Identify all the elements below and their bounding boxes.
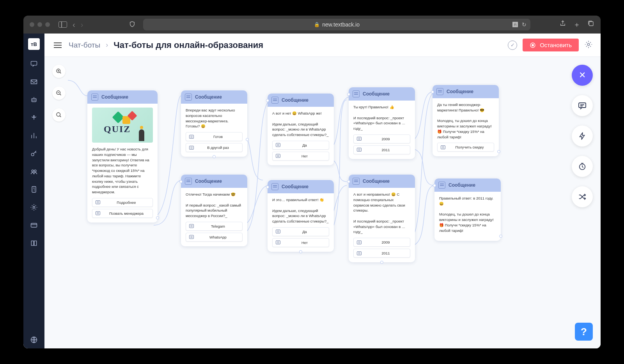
node-button[interactable]: Telegam [186, 222, 243, 231]
help-button[interactable]: ? [575, 323, 593, 341]
node-button[interactable]: Да [272, 227, 329, 236]
zoom-reset-button[interactable] [52, 108, 66, 122]
svg-rect-18 [579, 103, 586, 108]
sidebar-inbox-icon[interactable] [30, 78, 38, 86]
node-title: Сообщение [448, 182, 475, 188]
address-bar[interactable]: 🔒 new.textback.io 🅰 ↻ [143, 19, 530, 30]
sidebar-audience-icon[interactable] [30, 168, 38, 175]
sidebar-bot-icon[interactable] [30, 96, 38, 104]
app-logo[interactable]: тВ [28, 38, 40, 50]
message-icon [185, 178, 192, 185]
zoom-out-button[interactable] [52, 87, 66, 100]
flow-node[interactable]: Сообщение Отлично! Тогда начинаем 🤓 И пе… [181, 175, 247, 246]
app-header: Чат-боты › Чат-боты для онлайн-образован… [44, 34, 601, 57]
close-panel-button[interactable]: ✕ [572, 65, 593, 86]
new-tab-icon[interactable]: ＋ [573, 20, 580, 29]
node-button[interactable]: Получить скидку [437, 143, 494, 152]
sidebar-toggle-icon[interactable] [58, 21, 67, 28]
nav-forward-icon[interactable]: › [81, 20, 83, 29]
add-message-button[interactable] [572, 95, 593, 116]
node-title: Сообщение [101, 94, 128, 100]
window-traffic-lights[interactable] [30, 22, 50, 27]
svg-point-6 [32, 170, 34, 172]
node-text: А вот и неправильно! 😄 С помощью специал… [353, 192, 410, 235]
reload-icon[interactable]: ↻ [522, 21, 526, 28]
share-icon[interactable] [559, 20, 566, 29]
node-title: Сообщение [363, 91, 390, 97]
right-tools: ✕ [572, 65, 593, 207]
flow-node[interactable]: Сообщение Ты крут! Правильно! 👍 И послед… [349, 87, 415, 159]
svg-rect-10 [31, 223, 37, 227]
browser-toolbar: ‹ › 🔒 new.textback.io 🅰 ↻ ＋ [23, 16, 601, 34]
tabs-icon[interactable] [587, 20, 594, 29]
quiz-image: QUIZ [92, 108, 153, 143]
validation-icon[interactable]: ✓ [508, 41, 517, 50]
flow-node[interactable]: Сообщение Впереди вас ждут несколько воп… [181, 90, 247, 157]
add-randomizer-button[interactable] [572, 186, 593, 207]
flow-node[interactable]: Сообщение А вот и неправильно! 😄 С помощ… [349, 175, 415, 262]
node-button[interactable]: 2011 [353, 249, 410, 258]
svg-rect-1 [31, 61, 37, 65]
app-sidebar: тВ [23, 34, 44, 348]
message-icon [353, 178, 360, 185]
sidebar-globe-icon[interactable] [30, 336, 38, 344]
node-button[interactable]: 2009 [353, 134, 410, 143]
flow-node[interactable]: Сообщение QUIZ Добрый день! У нас новост… [87, 90, 158, 223]
node-text: Да ты гений мессенджер-маркетинга! Прави… [437, 102, 494, 140]
breadcrumb-root[interactable]: Чат-боты [69, 41, 100, 49]
browser-window: ‹ › 🔒 new.textback.io 🅰 ↻ ＋ тВ [23, 16, 601, 348]
node-text: И это… правильный ответ! 👏 Идем дальше, … [272, 197, 329, 224]
nav-back-icon[interactable]: ‹ [73, 20, 75, 29]
sidebar-calculator-icon[interactable] [30, 186, 38, 193]
message-icon [91, 94, 98, 101]
stop-button-label: Остановить [540, 42, 572, 48]
zoom-in-button[interactable] [52, 65, 66, 78]
node-text: Впереди вас ждут несколько вопросов каса… [186, 108, 243, 129]
lock-icon: 🔒 [314, 22, 320, 27]
node-text: А вот и нет 😄 WhatsApp же! Идем дальше, … [272, 111, 329, 138]
add-action-button[interactable] [572, 125, 593, 147]
svg-point-4 [35, 100, 35, 101]
svg-point-5 [31, 153, 34, 156]
node-title: Сообщение [447, 89, 473, 94]
flow-node[interactable]: Сообщение И это… правильный ответ! 👏 Иде… [268, 180, 334, 252]
node-title: Сообщение [282, 184, 308, 189]
node-button[interactable]: Нет [272, 238, 329, 247]
node-button[interactable]: WhatsApp [186, 233, 243, 242]
sidebar-key-icon[interactable] [30, 150, 38, 157]
node-text: Правильный ответ: в 2011 году. 😄 Молодец… [439, 196, 496, 233]
flow-canvas[interactable]: ✕ ? [44, 57, 601, 348]
message-icon [271, 97, 278, 104]
message-icon [185, 94, 192, 101]
message-icon [353, 90, 360, 97]
node-button[interactable]: Нет [272, 152, 329, 161]
menu-toggle[interactable] [52, 42, 63, 48]
node-button[interactable]: Готов [186, 132, 243, 141]
sidebar-billing-icon[interactable] [30, 221, 38, 229]
sidebar-analytics-icon[interactable] [30, 132, 38, 140]
node-title: Сообщение [363, 178, 390, 184]
flow-node[interactable]: Сообщение Правильный ответ: в 2011 году.… [434, 178, 501, 241]
sidebar-docs-icon[interactable] [30, 239, 38, 247]
header-settings-icon[interactable] [584, 40, 593, 50]
svg-point-9 [33, 207, 35, 209]
node-button[interactable]: Да [272, 141, 329, 150]
node-button[interactable]: Подробнее [92, 198, 153, 207]
shield-icon[interactable] [129, 21, 135, 28]
translate-icon[interactable]: 🅰 [512, 21, 518, 28]
svg-rect-2 [32, 99, 36, 102]
sidebar-chats-icon[interactable] [30, 60, 38, 68]
flow-node[interactable]: Сообщение А вот и нет 😄 WhatsApp же! Иде… [268, 94, 334, 165]
add-delay-button[interactable] [572, 156, 593, 177]
node-button[interactable]: 2011 [353, 145, 410, 154]
node-button[interactable]: В другой раз [186, 143, 243, 152]
node-button[interactable]: 2009 [353, 238, 410, 247]
message-icon [438, 182, 445, 189]
sidebar-settings-icon[interactable] [30, 203, 38, 211]
node-button[interactable]: Позвать менеджера [92, 209, 153, 218]
sidebar-broadcast-icon[interactable] [30, 114, 38, 122]
stop-button[interactable]: Остановить [523, 39, 579, 51]
node-title: Сообщение [195, 178, 222, 184]
flow-node[interactable]: Сообщение Да ты гений мессенджер-маркети… [433, 85, 499, 156]
node-title: Сообщение [195, 94, 222, 100]
